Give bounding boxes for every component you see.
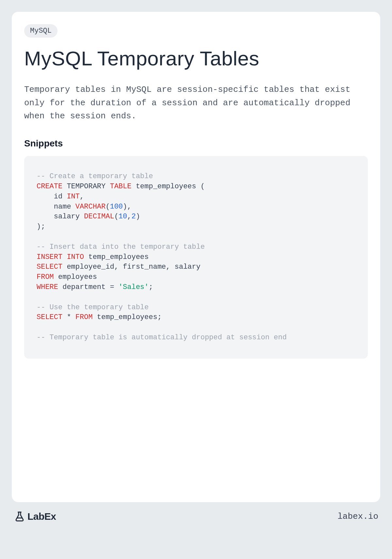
code-text: employee_id, first_name, salary bbox=[62, 263, 200, 271]
footer: LabEx labex.io bbox=[12, 502, 380, 522]
code-comment: -- Temporary table is automatically drop… bbox=[37, 333, 287, 342]
code-string: 'Sales' bbox=[119, 283, 149, 291]
code-snippet: -- Create a temporary table CREATE TEMPO… bbox=[24, 156, 368, 359]
code-comment: -- Create a temporary table bbox=[37, 172, 153, 180]
code-keyword: SELECT bbox=[37, 263, 62, 271]
content-card: MySQL MySQL Temporary Tables Temporary t… bbox=[12, 12, 380, 502]
brand-logo: LabEx bbox=[14, 511, 56, 522]
code-keyword: WHERE bbox=[37, 283, 58, 291]
code-number: 2 bbox=[131, 212, 136, 221]
code-text: ) bbox=[136, 212, 140, 221]
code-text: temp_employees; bbox=[93, 313, 162, 321]
brand-name: LabEx bbox=[27, 511, 56, 522]
code-text: salary bbox=[37, 212, 84, 221]
code-number: 100 bbox=[110, 203, 123, 211]
code-text: ); bbox=[37, 223, 45, 231]
footer-url: labex.io bbox=[337, 512, 378, 521]
code-text: temp_employees bbox=[84, 253, 149, 261]
code-comment: -- Insert data into the temporary table bbox=[37, 243, 205, 251]
flask-icon bbox=[14, 511, 25, 522]
code-text: , bbox=[80, 193, 84, 201]
code-type: DECIMAL bbox=[84, 212, 114, 221]
code-keyword: TABLE bbox=[110, 182, 131, 191]
code-text: name bbox=[37, 203, 75, 211]
code-comment: -- Use the temporary table bbox=[37, 303, 149, 312]
code-text: ( bbox=[106, 203, 110, 211]
code-text: ; bbox=[149, 283, 153, 291]
code-text: employees bbox=[54, 273, 97, 281]
page-title: MySQL Temporary Tables bbox=[24, 47, 368, 70]
code-text: ), bbox=[123, 203, 131, 211]
code-text: , bbox=[127, 212, 131, 221]
code-text: * bbox=[62, 313, 75, 321]
code-keyword: FROM bbox=[37, 273, 54, 281]
code-text: ( bbox=[114, 212, 119, 221]
category-tag: MySQL bbox=[24, 24, 57, 38]
code-text: TEMPORARY bbox=[62, 182, 110, 191]
section-title-snippets: Snippets bbox=[24, 138, 368, 149]
code-keyword: INSERT bbox=[37, 253, 62, 261]
code-type: VARCHAR bbox=[75, 203, 106, 211]
description-text: Temporary tables in MySQL are session-sp… bbox=[24, 83, 368, 123]
code-keyword: CREATE bbox=[37, 182, 62, 191]
code-keyword: INTO bbox=[67, 253, 84, 261]
code-text: id bbox=[37, 193, 67, 201]
code-text: department = bbox=[58, 283, 119, 291]
code-keyword: FROM bbox=[75, 313, 93, 321]
code-number: 10 bbox=[119, 212, 127, 221]
code-text: temp_employees ( bbox=[131, 182, 204, 191]
code-keyword: SELECT bbox=[37, 313, 62, 321]
code-type: INT bbox=[67, 193, 80, 201]
